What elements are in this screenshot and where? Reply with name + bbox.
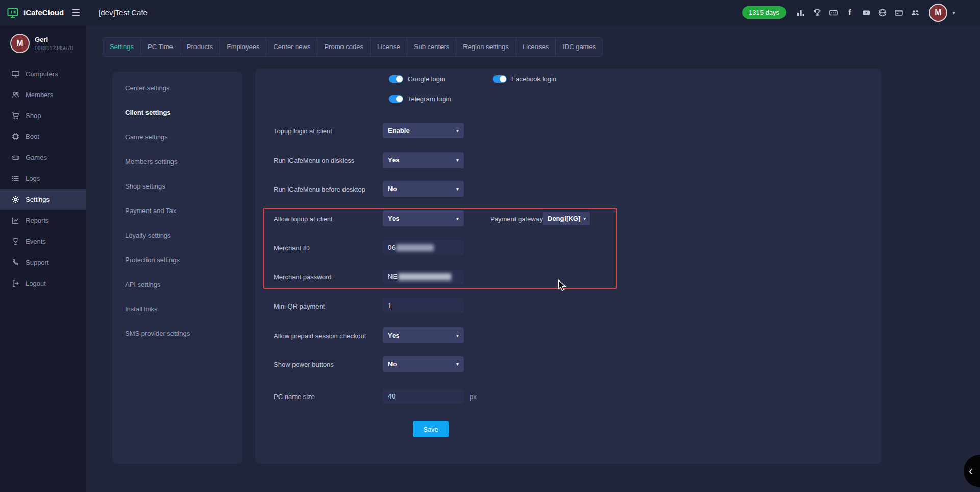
- mini-qr-input[interactable]: 1: [383, 298, 464, 313]
- brand: iCafeCloud: [0, 6, 67, 19]
- stats-icon[interactable]: [795, 7, 806, 18]
- cafe-title: [dev]Test Cafe: [99, 8, 148, 17]
- globe-icon[interactable]: [877, 7, 888, 18]
- sidebar-item-label: Events: [26, 238, 46, 245]
- youtube-icon[interactable]: [861, 7, 872, 18]
- topbar-actions: 1315 days f M ▾: [742, 0, 955, 25]
- input-value: 06: [388, 244, 395, 251]
- chat-icon[interactable]: [828, 7, 839, 18]
- sidebar-item-reports[interactable]: Reports: [0, 210, 86, 231]
- topup-login-select[interactable]: Enable ▾: [383, 123, 464, 138]
- tab-region-settings[interactable]: Region settings: [456, 38, 516, 56]
- sidebar-item-support[interactable]: Support: [0, 252, 86, 273]
- px-suffix: px: [470, 392, 477, 400]
- sidebar-item-label: Logout: [26, 279, 46, 287]
- trophy-icon[interactable]: [812, 7, 823, 18]
- sidebar-item-boot[interactable]: Boot: [0, 126, 86, 147]
- list-icon: [11, 174, 20, 183]
- settings-submenu: Center settings Client settings Game set…: [112, 72, 242, 464]
- sidebar-nav: Computers Members Shop Boot Games Logs S…: [0, 63, 86, 294]
- team-icon[interactable]: [910, 7, 921, 18]
- google-login-toggle[interactable]: [389, 75, 403, 83]
- submenu-item-protection-settings[interactable]: Protection settings: [112, 247, 242, 272]
- gamepad-icon: [11, 153, 20, 162]
- prepaid-checkout-select[interactable]: Yes ▾: [383, 327, 464, 343]
- submenu-item-payment-and-tax[interactable]: Payment and Tax: [112, 198, 242, 223]
- tab-promo-codes[interactable]: Promo codes: [317, 38, 371, 56]
- sidebar-item-games[interactable]: Games: [0, 147, 86, 168]
- sidebar-item-shop[interactable]: Shop: [0, 105, 86, 126]
- field-label: Show power buttons: [274, 360, 334, 368]
- facebook-icon[interactable]: f: [844, 7, 855, 18]
- topbar: iCafeCloud ☰ [dev]Test Cafe 1315 days f …: [0, 0, 980, 25]
- users-icon: [11, 90, 20, 99]
- monitor-icon: [11, 69, 20, 78]
- select-value: No: [388, 360, 397, 368]
- power-buttons-select[interactable]: No ▾: [383, 356, 464, 372]
- select-value: Enable: [388, 127, 410, 134]
- merchant-id-input[interactable]: 06: [383, 240, 464, 255]
- tab-settings[interactable]: Settings: [103, 38, 141, 56]
- submenu-item-loyalty-settings[interactable]: Loyalty settings: [112, 223, 242, 247]
- submenu-item-sms-provider-settings[interactable]: SMS provider settings: [112, 321, 242, 345]
- tab-idc-games[interactable]: IDC games: [556, 38, 602, 56]
- telegram-login-toggle[interactable]: [389, 95, 403, 103]
- field-label: Allow prepaid session checkout: [274, 332, 366, 339]
- select-value: Yes: [388, 215, 399, 222]
- main-content: Settings PC Time Products Employees Cent…: [86, 25, 980, 492]
- chevron-down-icon: ▾: [456, 333, 459, 338]
- input-value: 40: [388, 392, 395, 400]
- tab-center-news[interactable]: Center news: [266, 38, 317, 56]
- sidebar-item-computers[interactable]: Computers: [0, 63, 86, 84]
- save-button[interactable]: Save: [413, 421, 449, 437]
- submenu-item-game-settings[interactable]: Game settings: [112, 125, 242, 149]
- form-row-merchant-id: Merchant ID 06: [255, 240, 881, 255]
- tab-sub-centers[interactable]: Sub centers: [407, 38, 456, 56]
- pc-name-size-input[interactable]: 40: [383, 389, 464, 404]
- sidebar-toggle-icon[interactable]: ☰: [71, 7, 80, 18]
- submenu-item-shop-settings[interactable]: Shop settings: [112, 174, 242, 198]
- allow-topup-select[interactable]: Yes ▾: [383, 210, 464, 226]
- merchant-password-input[interactable]: NE: [383, 269, 464, 284]
- field-label: PC name size: [274, 392, 315, 400]
- submenu-item-members-settings[interactable]: Members settings: [112, 149, 242, 174]
- select-value: Yes: [388, 332, 399, 339]
- avatar-menu-chevron-icon[interactable]: ▾: [952, 9, 955, 16]
- telegram-login-row: Telegram login: [389, 95, 451, 103]
- tab-licenses[interactable]: Licenses: [516, 38, 556, 56]
- user-id: 0088112345678: [35, 45, 73, 51]
- sidebar-item-label: Logs: [26, 175, 40, 182]
- google-login-row: Google login: [389, 75, 445, 83]
- submenu-item-api-settings[interactable]: API settings: [112, 272, 242, 296]
- sidebar-item-logout[interactable]: Logout: [0, 273, 86, 294]
- chip-icon: [11, 132, 20, 141]
- submenu-item-client-settings[interactable]: Client settings: [112, 100, 242, 125]
- form-row-merchant-password: Merchant password NE: [255, 269, 881, 285]
- card-icon[interactable]: [893, 7, 904, 18]
- diskless-select[interactable]: Yes ▾: [383, 152, 464, 168]
- sidebar-item-members[interactable]: Members: [0, 84, 86, 105]
- sidebar-item-label: Settings: [26, 196, 50, 203]
- sidebar-item-events[interactable]: Events: [0, 231, 86, 252]
- sidebar-user: M Geri 0088112345678: [0, 25, 86, 59]
- field-label: Mini QR payment: [274, 302, 325, 310]
- sidebar-item-settings[interactable]: Settings: [0, 189, 86, 210]
- tab-license[interactable]: License: [371, 38, 407, 56]
- tab-products[interactable]: Products: [180, 38, 220, 56]
- logout-icon: [11, 279, 20, 288]
- submenu-item-center-settings[interactable]: Center settings: [112, 76, 242, 100]
- sidebar-item-label: Support: [26, 259, 49, 266]
- before-desktop-select[interactable]: No ▾: [383, 181, 464, 197]
- tab-pc-time[interactable]: PC Time: [141, 38, 180, 56]
- sidebar-item-logs[interactable]: Logs: [0, 168, 86, 189]
- form-row-before-desktop: Run iCafeMenu before desktop No ▾: [255, 181, 881, 197]
- user-avatar[interactable]: M: [929, 4, 947, 22]
- tab-employees[interactable]: Employees: [220, 38, 266, 56]
- redacted-merchant-id: [396, 244, 434, 251]
- facebook-login-toggle[interactable]: [493, 75, 507, 83]
- toggle-label: Telegram login: [408, 95, 451, 103]
- submenu-item-install-links[interactable]: Install links: [112, 296, 242, 321]
- form-row-topup-login: Topup login at client Enable ▾: [255, 123, 881, 138]
- payment-gateway-select[interactable]: Dengi[KG] ▾: [543, 212, 590, 225]
- license-days-badge[interactable]: 1315 days: [742, 6, 786, 19]
